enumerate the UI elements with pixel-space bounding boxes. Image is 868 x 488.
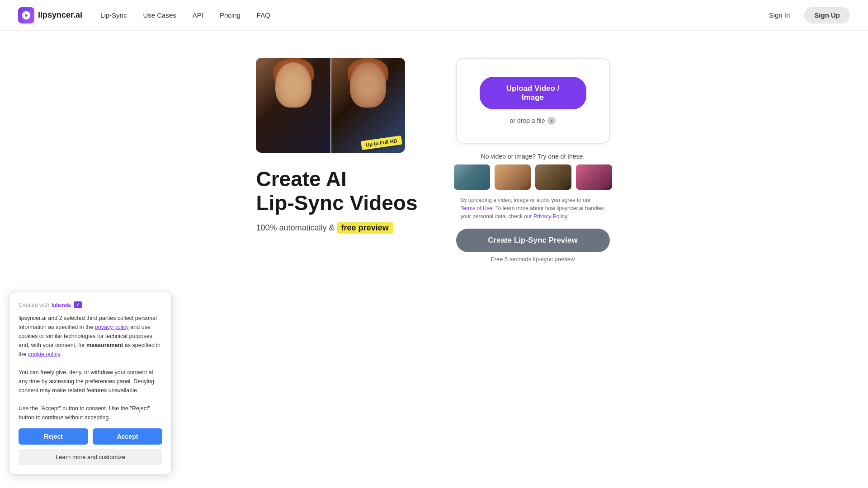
face-right bbox=[350, 62, 386, 108]
right-section: Upload Video / Image or drop a file i No… bbox=[454, 58, 612, 263]
preview-note: Free 5 seconds lip-sync preview bbox=[491, 256, 575, 263]
iubenda-badge: ✓ bbox=[74, 301, 82, 308]
logo-svg bbox=[21, 10, 31, 20]
learn-more-button[interactable]: Learn more and customize bbox=[19, 449, 162, 465]
face-left bbox=[275, 62, 311, 108]
signin-button[interactable]: Sign In bbox=[762, 8, 797, 23]
drop-hint-text: or drop a file bbox=[510, 117, 545, 124]
sample-thumb-4[interactable] bbox=[576, 164, 612, 190]
nav-right: Sign In Sign Up bbox=[762, 7, 850, 23]
hero-title-line2: Lip-Sync Videos bbox=[256, 191, 417, 215]
hero-person-left bbox=[256, 58, 330, 153]
try-text: No video or image? Try one of these: bbox=[481, 153, 585, 160]
upload-card: Upload Video / Image or drop a file i bbox=[456, 58, 610, 144]
reject-button[interactable]: Reject bbox=[19, 428, 88, 445]
cookie-brand: Created with iubenda ✓ bbox=[19, 301, 162, 308]
accept-button[interactable]: Accept bbox=[93, 428, 162, 445]
hero-title: Create AI Lip-Sync Videos bbox=[256, 167, 417, 215]
logo[interactable]: lipsyncer.ai bbox=[18, 7, 82, 23]
sample-thumbnails bbox=[454, 164, 612, 190]
cookie-brand-prefix: Created with bbox=[19, 302, 49, 308]
terms-link[interactable]: Terms of Use bbox=[461, 205, 493, 211]
subtitle-highlight: free preview bbox=[337, 222, 393, 234]
signup-button[interactable]: Sign Up bbox=[804, 7, 850, 23]
logo-text: lipsyncer.ai bbox=[38, 10, 82, 20]
sample-thumb-2[interactable] bbox=[495, 164, 531, 190]
iubenda-logo[interactable]: iubenda bbox=[52, 302, 71, 308]
navbar: lipsyncer.ai Lip-Sync Use Cases API Pric… bbox=[0, 0, 868, 31]
terms-text: By uploading a video, image or audio you… bbox=[461, 196, 605, 221]
cookie-banner: Created with iubenda ✓ lipsyncer.ai and … bbox=[9, 292, 172, 474]
nav-faq[interactable]: FAQ bbox=[257, 11, 270, 19]
cookie-text: lipsyncer.ai and 2 selected third partie… bbox=[19, 314, 162, 422]
nav-usecases[interactable]: Use Cases bbox=[143, 11, 176, 19]
drop-hint: or drop a file i bbox=[510, 117, 556, 125]
privacy-policy-link[interactable]: privacy policy bbox=[95, 324, 129, 330]
logo-icon bbox=[18, 7, 34, 23]
info-icon[interactable]: i bbox=[547, 117, 556, 125]
upload-button[interactable]: Upload Video / Image bbox=[480, 77, 586, 109]
cookie-policy-link[interactable]: cookie policy bbox=[28, 351, 60, 357]
cookie-buttons: Reject Accept bbox=[19, 428, 162, 445]
nav-links: Lip-Sync Use Cases API Pricing FAQ bbox=[100, 11, 270, 19]
nav-lipsync[interactable]: Lip-Sync bbox=[100, 11, 127, 19]
create-button[interactable]: Create Lip-Sync Preview bbox=[456, 229, 610, 252]
main-content: Up to Full HD Create AI Lip-Sync Videos … bbox=[0, 31, 868, 290]
nav-left: lipsyncer.ai Lip-Sync Use Cases API Pric… bbox=[18, 7, 270, 23]
sample-thumb-1[interactable] bbox=[454, 164, 490, 190]
hero-subtitle: 100% automatically & free preview bbox=[256, 222, 393, 234]
hero-title-line1: Create AI bbox=[256, 167, 346, 191]
hero-image: Up to Full HD bbox=[256, 58, 405, 153]
nav-pricing[interactable]: Pricing bbox=[220, 11, 241, 19]
nav-api[interactable]: API bbox=[193, 11, 203, 19]
subtitle-prefix: 100% automatically & bbox=[256, 223, 334, 232]
sample-thumb-3[interactable] bbox=[535, 164, 571, 190]
split-divider bbox=[330, 58, 331, 153]
left-section: Up to Full HD Create AI Lip-Sync Videos … bbox=[256, 58, 417, 234]
privacy-link[interactable]: Privacy Policy bbox=[533, 213, 567, 220]
